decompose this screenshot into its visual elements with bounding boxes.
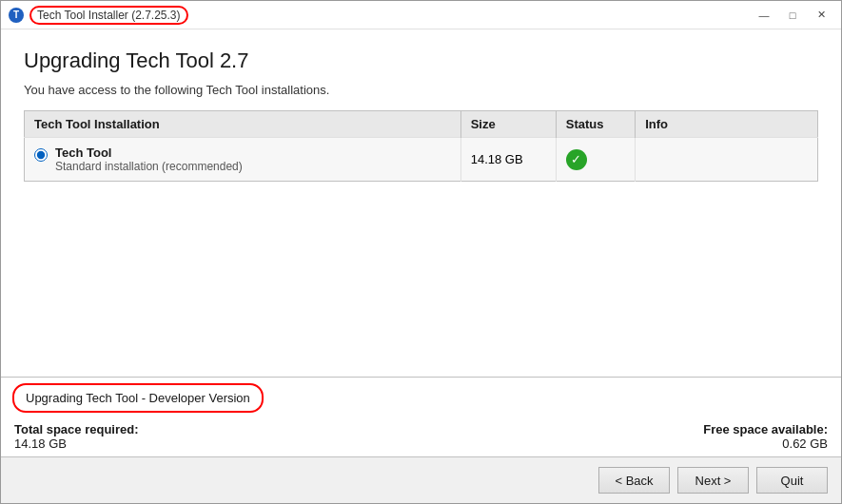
footer: Upgrading Tech Tool - Developer Version … [1, 377, 841, 503]
window-title: Tech Tool Installer (2.7.25.3) [29, 6, 188, 25]
footer-buttons: < Back Next > Quit [1, 456, 841, 503]
minimize-button[interactable]: — [752, 6, 776, 25]
footer-status-wrapper: Upgrading Tech Tool - Developer Version [1, 378, 841, 418]
title-bar: T Tech Tool Installer (2.7.25.3) — □ ✕ [1, 1, 841, 29]
back-button[interactable]: < Back [598, 467, 670, 494]
col-header-size: Size [460, 111, 556, 138]
maximize-button[interactable]: □ [780, 6, 805, 25]
title-bar-left: T Tech Tool Installer (2.7.25.3) [9, 6, 188, 25]
free-space-group: Free space available: 0.62 GB [703, 422, 828, 451]
total-space-value: 14.18 GB [14, 436, 67, 451]
table-header-row: Tech Tool Installation Size Status Info [25, 111, 818, 138]
quit-button[interactable]: Quit [756, 467, 828, 494]
total-space-group: Total space required: 14.18 GB [14, 422, 139, 451]
close-button[interactable]: ✕ [809, 6, 833, 25]
table-row: Tech Tool Standard installation (recomme… [25, 138, 818, 182]
page-subtitle: You have access to the following Tech To… [24, 83, 818, 97]
footer-status-text: Upgrading Tech Tool - Developer Version [12, 383, 264, 413]
free-space-value: 0.62 GB [782, 436, 828, 451]
col-header-status: Status [556, 111, 635, 138]
install-name: Tech Tool [55, 145, 243, 160]
info-cell [636, 138, 818, 182]
install-desc: Standard installation (recommended) [55, 160, 243, 173]
status-cell: ✓ [556, 138, 635, 182]
free-space-label: Free space available: [703, 422, 828, 436]
installations-table: Tech Tool Installation Size Status Info … [24, 110, 818, 182]
title-bar-controls: — □ ✕ [752, 6, 833, 25]
content-spacer [24, 182, 818, 377]
installer-window: T Tech Tool Installer (2.7.25.3) — □ ✕ U… [0, 0, 842, 504]
size-cell: 14.18 GB [460, 138, 556, 182]
installation-radio[interactable] [34, 148, 48, 162]
total-space-label: Total space required: [14, 422, 139, 436]
col-header-info: Info [636, 111, 818, 138]
col-header-installation: Tech Tool Installation [25, 111, 461, 138]
next-button[interactable]: Next > [677, 467, 749, 494]
radio-cell: Tech Tool Standard installation (recomme… [34, 145, 451, 173]
main-content: Upgrading Tech Tool 2.7 You have access … [1, 29, 841, 377]
status-ok-icon: ✓ [566, 149, 587, 170]
page-title: Upgrading Tech Tool 2.7 [24, 48, 818, 73]
installation-info: Tech Tool Standard installation (recomme… [55, 145, 243, 173]
footer-space-row: Total space required: 14.18 GB Free spac… [1, 418, 841, 456]
app-icon: T [9, 8, 24, 23]
installation-cell[interactable]: Tech Tool Standard installation (recomme… [25, 138, 461, 182]
